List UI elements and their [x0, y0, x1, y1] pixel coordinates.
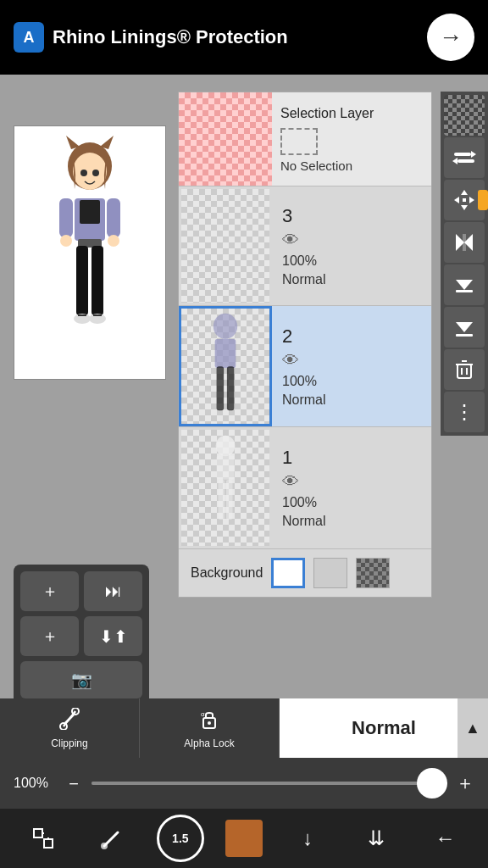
ad-arrow-button[interactable]: →	[427, 14, 474, 61]
layer-1-opacity: 100%	[282, 495, 421, 510]
export-button[interactable]	[444, 307, 485, 348]
blend-mode-selector[interactable]: Normal ▲	[280, 698, 488, 758]
background-white-swatch[interactable]	[271, 558, 305, 588]
svg-point-58	[101, 843, 108, 849]
color-swatch[interactable]	[225, 820, 263, 857]
brush-button[interactable]	[88, 815, 136, 862]
layer-2-thumb	[179, 306, 272, 426]
layer-2-opacity: 100%	[282, 374, 421, 389]
background-row[interactable]: Background	[179, 549, 431, 597]
back-button[interactable]: ←	[421, 815, 469, 862]
svg-rect-13	[76, 246, 88, 315]
zoom-minus-button[interactable]: －	[64, 771, 83, 796]
layer-2-figure	[181, 309, 269, 424]
brush-icon	[99, 826, 125, 851]
svg-rect-24	[217, 456, 235, 480]
zoom-plus-button[interactable]: ＋	[456, 771, 474, 796]
transform-button[interactable]	[19, 815, 67, 862]
svg-marker-32	[461, 205, 468, 210]
svg-point-19	[214, 314, 237, 339]
zoom-slider-thumb[interactable]	[417, 768, 447, 798]
ad-banner[interactable]: A Rhino Linings® Protection →	[0, 0, 488, 75]
svg-rect-43	[458, 364, 471, 378]
add-mask-button[interactable]: ＋	[20, 616, 79, 656]
svg-rect-21	[217, 366, 225, 410]
svg-marker-34	[469, 197, 474, 203]
checkerboard-button[interactable]	[444, 95, 485, 136]
svg-point-5	[92, 170, 99, 176]
svg-marker-2	[100, 136, 114, 149]
delete-button[interactable]	[444, 349, 485, 390]
clipping-button[interactable]: Clipping	[0, 698, 140, 758]
merge-down-button[interactable]: ⬇⬆	[84, 616, 142, 656]
alpha-lock-button[interactable]: α Alpha Lock	[140, 698, 280, 758]
svg-rect-27	[454, 153, 471, 156]
svg-rect-22	[227, 366, 235, 410]
zoom-slider-track[interactable]	[92, 782, 447, 785]
layer-2-blend: Normal	[282, 392, 421, 408]
add-layer-button[interactable]: ＋	[20, 571, 79, 611]
move-icon	[452, 188, 476, 212]
layer-1-info: 1 👁 100% Normal	[272, 427, 431, 548]
background-checker-swatch[interactable]	[356, 558, 390, 588]
svg-marker-33	[454, 197, 459, 203]
layer-row-2[interactable]: 2 👁 100% Normal	[179, 306, 431, 427]
camera-button[interactable]: 📷	[20, 661, 142, 698]
brush-size-value: 1.5	[172, 832, 188, 845]
double-down-arrow-button[interactable]: ⇊	[352, 815, 400, 862]
ad-text: Rhino Linings® Protection	[53, 26, 288, 48]
layer-3-number: 3	[282, 205, 421, 227]
svg-rect-9	[107, 198, 120, 237]
flatten-button[interactable]	[444, 264, 485, 305]
svg-rect-42	[456, 334, 473, 337]
layer-row-1[interactable]: 1 👁 100% Normal	[179, 427, 431, 548]
canvas-figure	[14, 126, 165, 379]
flip-button[interactable]	[444, 222, 485, 263]
layer-2-visibility[interactable]: 👁	[282, 351, 421, 370]
layer-row-3[interactable]: 3 👁 100% Normal	[179, 186, 431, 306]
bottom-nav: 1.5 ↓ ⇊ ←	[0, 809, 488, 868]
layer-3-visibility[interactable]: 👁	[282, 231, 421, 250]
blend-mode-arrow[interactable]: ▲	[458, 698, 488, 758]
bottom-toolbar-left: ＋ ⏭ ＋ ⬇⬆ 📷	[14, 565, 149, 705]
selection-title: Selection Layer	[280, 106, 423, 121]
move-button[interactable]	[444, 180, 485, 220]
swap-button[interactable]	[444, 137, 485, 178]
svg-rect-38	[463, 234, 466, 251]
orange-indicator	[478, 190, 488, 210]
layer-1-visibility[interactable]: 👁	[282, 472, 421, 492]
ad-logo-icon: A	[14, 22, 44, 53]
down-arrow-button[interactable]: ↓	[284, 815, 331, 862]
layer-3-thumb	[179, 186, 272, 305]
svg-rect-7	[80, 200, 100, 224]
more-button[interactable]: ⋮	[444, 392, 485, 432]
layer-1-thumb-bg	[181, 430, 269, 545]
selection-layer-row[interactable]: Selection Layer No Selection	[179, 92, 431, 186]
brush-size-indicator[interactable]: 1.5	[157, 815, 204, 862]
zoom-percent: 100%	[14, 776, 56, 791]
svg-rect-14	[92, 246, 103, 315]
clipping-svg	[58, 708, 80, 730]
svg-marker-1	[66, 136, 80, 149]
layer-3-thumb-bg	[181, 189, 269, 303]
layer-3-opacity: 100%	[282, 253, 421, 269]
swap-icon	[452, 146, 476, 170]
trash-icon	[452, 358, 476, 381]
alpha-lock-icon: α	[198, 708, 220, 735]
svg-marker-30	[452, 158, 458, 164]
svg-marker-41	[456, 322, 473, 332]
duplicate-layer-button[interactable]: ⏭	[84, 571, 142, 611]
svg-text:α: α	[201, 710, 205, 718]
svg-marker-39	[456, 280, 473, 290]
svg-rect-29	[458, 159, 474, 163]
layer-1-figure	[181, 430, 269, 545]
svg-rect-40	[456, 290, 473, 292]
alpha-lock-label: Alpha Lock	[184, 737, 234, 749]
svg-rect-26	[226, 480, 233, 520]
canvas-preview[interactable]	[14, 125, 166, 380]
background-gray-swatch[interactable]	[313, 558, 347, 588]
svg-point-4	[80, 170, 87, 176]
svg-rect-54	[44, 839, 53, 848]
clipping-icon	[58, 708, 80, 735]
flatten-icon	[452, 273, 476, 297]
